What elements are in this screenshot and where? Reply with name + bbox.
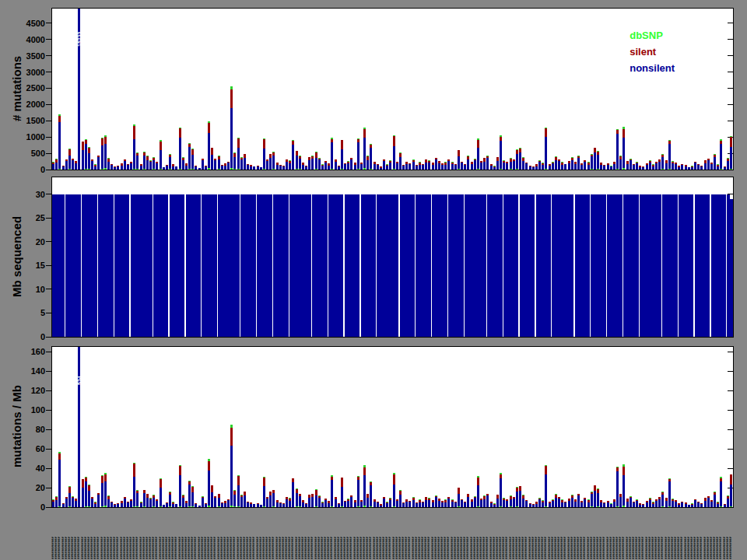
bar [140,164,142,170]
bar-segment-silent [477,140,479,148]
bar-segment-dbsnp-base [296,506,298,507]
bar-segment-nonsilent [179,475,181,507]
bar [639,503,641,507]
bar-segment-dbsnp-base [458,169,460,170]
bar-segment-nonsilent [522,499,524,506]
mb-bar-gap [590,194,591,337]
bar-segment-nonsilent [626,164,629,170]
bar-segment-nonsilent [545,137,547,169]
mb-bar-gap [693,194,694,337]
bar-segment-silent [730,474,732,485]
bar [211,485,213,507]
bar [486,494,489,507]
bar-segment-nonsilent [438,163,440,170]
bar-segment-nonsilent [65,161,68,170]
bar [727,495,729,507]
bar [117,166,119,170]
bar [681,502,683,507]
bar-segment-dbsnp-base [143,169,146,170]
sample-label: ############ [583,514,586,559]
bar-segment-nonsilent [156,501,158,507]
bar [305,166,307,170]
bar-segment-nonsilent [366,498,369,507]
bar-segment-dbsnp-base [363,506,366,507]
bar-segment-nonsilent [412,500,415,507]
bar [146,494,149,507]
bar-segment-silent [133,126,135,139]
bar [247,164,249,170]
bar-segment-nonsilent [522,161,524,169]
bar [704,160,707,170]
y-tick-mark-right [728,371,733,372]
bar [607,163,609,170]
bar-segment-nonsilent [318,159,321,169]
bar-segment-dbsnp-base [72,507,74,508]
bar-segment-nonsilent [136,156,139,169]
bar-segment-nonsilent [519,152,521,169]
bar-segment-silent [230,89,233,107]
bar-segment-silent [101,476,103,483]
bar [68,149,71,170]
bar [675,500,677,507]
bar [542,500,544,507]
bar [710,163,713,170]
bar [253,504,255,507]
bar [622,464,625,507]
y-tick-label: 0 [0,165,45,174]
bar [432,500,434,507]
bar [124,497,126,507]
bar [289,498,291,507]
sample-label: ############ [680,514,683,559]
bar [477,476,479,507]
bar [386,502,388,507]
bar [360,500,363,507]
bar-segment-nonsilent [552,163,554,170]
bar-segment-dbsnp-base [730,506,732,507]
bar [535,164,538,170]
bar-segment-nonsilent [707,498,710,507]
bar-segment-dbsnp-base [188,506,191,507]
bar [447,497,450,507]
bar [396,499,398,507]
mb-bar-gap [240,194,240,337]
y-tick-mark-left [46,39,51,40]
bar [377,502,379,507]
bar-segment-nonsilent [636,163,638,170]
bar-segment-nonsilent [244,158,246,170]
y-tick-mark-left [46,104,51,105]
bar [110,502,113,507]
bar [324,499,327,507]
y-tick-label: 2500 [0,83,45,93]
bar-segment-dbsnp-base [510,506,512,507]
bar-segment-dbsnp-base [218,169,220,170]
mb-bar-gap [114,194,114,337]
bar-segment-dbsnp-base [591,506,593,507]
bar-segment-nonsilent [636,501,638,507]
bar [496,495,499,507]
bar-segment-nonsilent [503,500,505,507]
bar [419,162,421,170]
bar [603,165,605,170]
bar [65,159,68,170]
bar-segment-nonsilent [208,133,210,169]
sample-label: ############ [719,514,722,559]
bar-segment-nonsilent [661,157,664,169]
bar-segment-nonsilent [308,498,310,507]
bar-segment-dbsnp-base [616,169,619,170]
bar-segment-nonsilent [133,139,135,169]
bar [82,142,84,170]
bar [224,163,226,170]
bar-segment-dbsnp-base [237,506,240,507]
bar-segment-silent [458,150,460,156]
y-tick-mark-right [728,352,733,352]
bar [272,490,275,507]
bar [282,166,285,170]
bar [577,494,580,507]
bar [591,492,593,507]
bar [315,152,317,170]
sample-label: ############ [408,514,411,559]
bar-segment-nonsilent [704,163,707,170]
bar [82,479,84,507]
bar [205,503,207,507]
bar-segment-nonsilent [218,498,220,507]
